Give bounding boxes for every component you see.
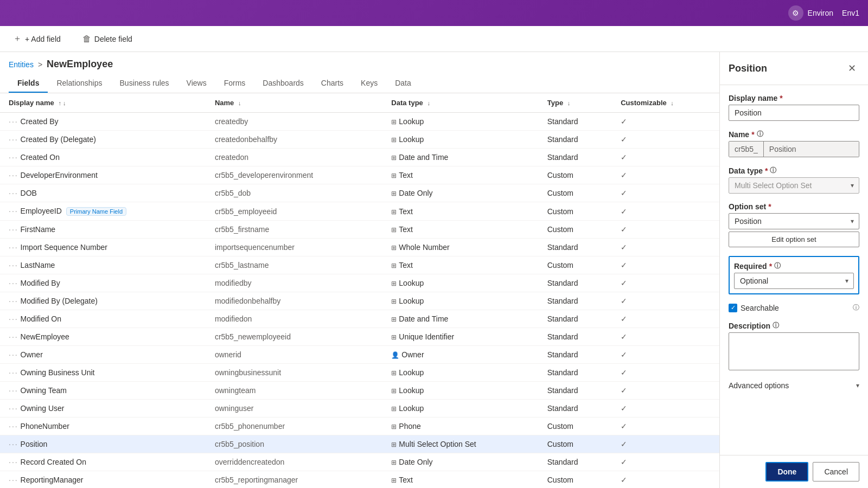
table-row[interactable]: ··· Owning Userowninguser⊞LookupStandard… (0, 400, 719, 418)
display-name-input[interactable] (729, 105, 859, 121)
table-row[interactable]: ··· DeveloperEnvironmentcr5b5_developere… (0, 166, 719, 184)
row-customizable: ✓ (612, 256, 719, 274)
row-type: Custom (539, 202, 612, 221)
row-menu-dots[interactable]: ··· (9, 422, 18, 431)
table-row[interactable]: ··· Record Created Onoverriddencreatedon… (0, 453, 719, 471)
breadcrumb-current: NewEmployee (47, 59, 113, 70)
description-label: Description ⓘ (729, 321, 859, 330)
table-row[interactable]: ··· PhoneNumbercr5b5_phonenumber⊞PhoneCu… (0, 418, 719, 435)
row-name: owninguser (206, 400, 382, 418)
name-info-icon[interactable]: ⓘ (757, 130, 763, 139)
table-row[interactable]: ··· Owning Teamowningteam⊞LookupStandard… (0, 382, 719, 400)
table-row[interactable]: ··· Created Bycreatedby⊞LookupStandard✓ (0, 113, 719, 131)
table-row[interactable]: ··· EmployeeIDPrimary Name Fieldcr5b5_em… (0, 202, 719, 221)
tab-relationships[interactable]: Relationships (48, 74, 111, 93)
required-info-icon[interactable]: ⓘ (774, 261, 781, 271)
row-name: createdon (206, 149, 382, 166)
table-row[interactable]: ··· FirstNamecr5b5_firstname⊞TextCustom✓ (0, 221, 719, 239)
row-data-type: ⊞Date and Time (382, 310, 538, 328)
option-set-label: Option set * (729, 202, 859, 211)
row-menu-dots[interactable]: ··· (9, 476, 18, 484)
env-icon: ⚙ (788, 5, 803, 21)
option-set-select[interactable]: Position (729, 213, 859, 229)
data-type-select[interactable]: Multi Select Option Set (729, 177, 859, 194)
row-menu-dots[interactable]: ··· (9, 243, 18, 252)
table-row[interactable]: ··· Ownerownerid👤OwnerStandard✓ (0, 346, 719, 364)
row-menu-dots[interactable]: ··· (9, 404, 18, 413)
table-row[interactable]: ··· Modified Bymodifiedby⊞LookupStandard… (0, 274, 719, 292)
row-menu-dots[interactable]: ··· (9, 153, 18, 162)
row-type: Standard (539, 364, 612, 382)
row-menu-dots[interactable]: ··· (9, 350, 18, 359)
row-menu-dots[interactable]: ··· (9, 225, 18, 234)
row-display-name: LastName (21, 261, 55, 269)
description-info-icon[interactable]: ⓘ (773, 321, 779, 330)
required-select-wrapper: Optional Business Recommended Business R… (734, 273, 854, 289)
table-row[interactable]: ··· Created By (Delegate)createdonbehalf… (0, 131, 719, 149)
tab-forms[interactable]: Forms (215, 74, 254, 93)
cancel-button[interactable]: Cancel (813, 462, 859, 481)
tab-business-rules[interactable]: Business rules (111, 74, 178, 93)
table-row[interactable]: ··· DOBcr5b5_dob⊞Date OnlyCustom✓ (0, 184, 719, 202)
display-name-label: Display name * (729, 94, 859, 102)
tab-fields[interactable]: Fields (9, 74, 48, 93)
data-type-info-icon[interactable]: ⓘ (770, 166, 776, 175)
tab-keys[interactable]: Keys (352, 74, 386, 93)
advanced-options-chevron-icon: ▾ (856, 382, 859, 389)
row-menu-dots[interactable]: ··· (9, 314, 18, 323)
row-menu-dots[interactable]: ··· (9, 368, 18, 377)
tab-data[interactable]: Data (386, 74, 420, 93)
row-menu-dots[interactable]: ··· (9, 458, 18, 466)
tab-charts[interactable]: Charts (312, 74, 352, 93)
row-menu-dots[interactable]: ··· (9, 386, 18, 395)
add-field-button[interactable]: ＋ + Add field (9, 31, 65, 47)
table-row[interactable]: ··· Created Oncreatedon⊞Date and TimeSta… (0, 149, 719, 166)
searchable-checkbox-wrapper[interactable]: ✓ Searchable (729, 304, 779, 312)
row-data-type: ⊞Multi Select Option Set (382, 435, 538, 453)
required-select[interactable]: Optional Business Recommended Business R… (734, 273, 854, 289)
searchable-info-icon[interactable]: ⓘ (853, 303, 859, 312)
customizable-check-icon: ✓ (621, 350, 627, 359)
data-type-icon: ⊞ (391, 244, 397, 252)
row-menu-dots[interactable]: ··· (9, 117, 18, 126)
row-customizable: ✓ (612, 435, 719, 453)
row-display-name: Import Sequence Number (21, 243, 107, 252)
delete-field-button[interactable]: 🗑 Delete field (78, 32, 137, 46)
action-bar: ＋ + Add field 🗑 Delete field (0, 26, 868, 52)
name-suffix-input[interactable] (764, 142, 859, 157)
table-row[interactable]: ··· LastNamecr5b5_lastname⊞TextCustom✓ (0, 256, 719, 274)
close-panel-button[interactable]: ✕ (844, 61, 859, 76)
row-menu-dots[interactable]: ··· (9, 261, 18, 269)
tab-dashboards[interactable]: Dashboards (254, 74, 312, 93)
breadcrumb: Entities > NewEmployee (0, 52, 719, 70)
table-row[interactable]: ··· Positioncr5b5_position⊞Multi Select … (0, 435, 719, 453)
table-row[interactable]: ··· Modified By (Delegate)modifiedonbeha… (0, 292, 719, 310)
row-name: cr5b5_employeeid (206, 202, 382, 221)
row-customizable: ✓ (612, 453, 719, 471)
description-textarea[interactable] (729, 332, 859, 370)
breadcrumb-parent[interactable]: Entities (9, 60, 34, 69)
row-type: Custom (539, 256, 612, 274)
row-menu-dots[interactable]: ··· (9, 189, 18, 197)
table-row[interactable]: ··· Import Sequence Numberimportsequence… (0, 239, 719, 256)
edit-option-set-button[interactable]: Edit option set (729, 232, 859, 247)
required-section: Required * ⓘ Optional Business Recommend… (729, 256, 859, 294)
searchable-checkbox[interactable]: ✓ (729, 304, 737, 312)
row-menu-dots[interactable]: ··· (9, 207, 18, 215)
table-row[interactable]: ··· NewEmployeecr5b5_newemployeeid⊞Uniqu… (0, 328, 719, 346)
row-menu-dots[interactable]: ··· (9, 332, 18, 341)
row-menu-dots[interactable]: ··· (9, 279, 18, 287)
customizable-check-icon: ✓ (621, 386, 627, 395)
name-label: Name * ⓘ (729, 130, 859, 139)
row-menu-dots[interactable]: ··· (9, 171, 18, 179)
done-button[interactable]: Done (765, 462, 808, 481)
table-row[interactable]: ··· Owning Business Unitowningbusinessun… (0, 364, 719, 382)
row-menu-dots[interactable]: ··· (9, 440, 18, 448)
table-row[interactable]: ··· ReportingManagercr5b5_reportingmanag… (0, 471, 719, 489)
advanced-options-row[interactable]: Advanced options ▾ (729, 379, 859, 392)
row-menu-dots[interactable]: ··· (9, 297, 18, 305)
table-row[interactable]: ··· Modified Onmodifiedon⊞Date and TimeS… (0, 310, 719, 328)
row-menu-dots[interactable]: ··· (9, 135, 18, 144)
tab-views[interactable]: Views (178, 74, 215, 93)
data-type-icon: ⊞ (391, 477, 397, 484)
